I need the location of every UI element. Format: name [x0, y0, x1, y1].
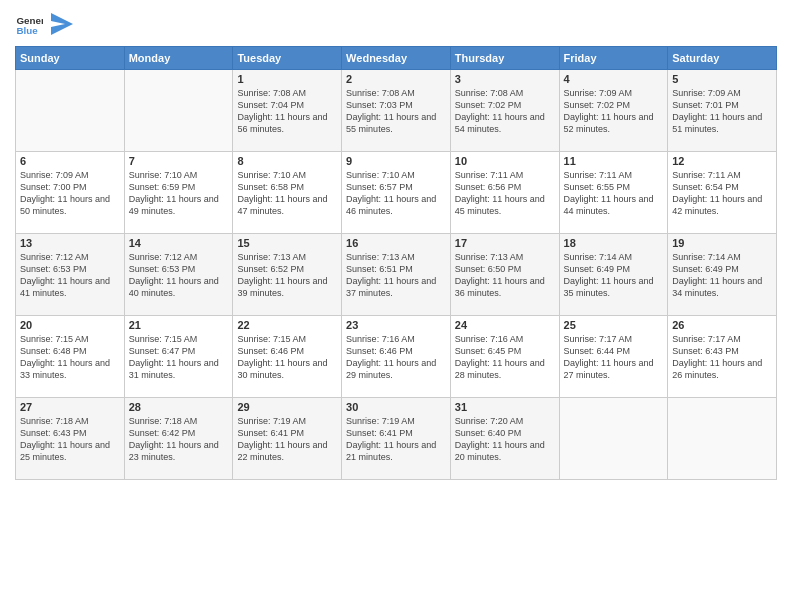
day-cell: 19Sunrise: 7:14 AM Sunset: 6:49 PM Dayli…	[668, 234, 777, 316]
day-number: 12	[672, 155, 772, 167]
week-row-1: 1Sunrise: 7:08 AM Sunset: 7:04 PM Daylig…	[16, 70, 777, 152]
day-cell: 28Sunrise: 7:18 AM Sunset: 6:42 PM Dayli…	[124, 398, 233, 480]
day-cell: 31Sunrise: 7:20 AM Sunset: 6:40 PM Dayli…	[450, 398, 559, 480]
day-number: 8	[237, 155, 337, 167]
day-number: 31	[455, 401, 555, 413]
day-cell: 30Sunrise: 7:19 AM Sunset: 6:41 PM Dayli…	[342, 398, 451, 480]
week-row-2: 6Sunrise: 7:09 AM Sunset: 7:00 PM Daylig…	[16, 152, 777, 234]
header: General Blue	[15, 10, 777, 38]
day-cell: 6Sunrise: 7:09 AM Sunset: 7:00 PM Daylig…	[16, 152, 125, 234]
day-cell: 24Sunrise: 7:16 AM Sunset: 6:45 PM Dayli…	[450, 316, 559, 398]
day-number: 5	[672, 73, 772, 85]
weekday-header-sunday: Sunday	[16, 47, 125, 70]
day-info: Sunrise: 7:09 AM Sunset: 7:02 PM Dayligh…	[564, 87, 664, 136]
day-info: Sunrise: 7:13 AM Sunset: 6:51 PM Dayligh…	[346, 251, 446, 300]
day-info: Sunrise: 7:14 AM Sunset: 6:49 PM Dayligh…	[672, 251, 772, 300]
svg-text:Blue: Blue	[16, 25, 38, 36]
day-cell: 22Sunrise: 7:15 AM Sunset: 6:46 PM Dayli…	[233, 316, 342, 398]
day-cell: 23Sunrise: 7:16 AM Sunset: 6:46 PM Dayli…	[342, 316, 451, 398]
weekday-header-monday: Monday	[124, 47, 233, 70]
day-cell: 9Sunrise: 7:10 AM Sunset: 6:57 PM Daylig…	[342, 152, 451, 234]
day-number: 19	[672, 237, 772, 249]
calendar-table: SundayMondayTuesdayWednesdayThursdayFrid…	[15, 46, 777, 480]
day-number: 29	[237, 401, 337, 413]
day-info: Sunrise: 7:17 AM Sunset: 6:43 PM Dayligh…	[672, 333, 772, 382]
day-cell: 11Sunrise: 7:11 AM Sunset: 6:55 PM Dayli…	[559, 152, 668, 234]
day-number: 1	[237, 73, 337, 85]
day-number: 4	[564, 73, 664, 85]
day-info: Sunrise: 7:09 AM Sunset: 7:00 PM Dayligh…	[20, 169, 120, 218]
logo-arrow-icon	[51, 13, 73, 35]
day-cell: 2Sunrise: 7:08 AM Sunset: 7:03 PM Daylig…	[342, 70, 451, 152]
day-info: Sunrise: 7:18 AM Sunset: 6:42 PM Dayligh…	[129, 415, 229, 464]
day-info: Sunrise: 7:11 AM Sunset: 6:54 PM Dayligh…	[672, 169, 772, 218]
day-cell: 27Sunrise: 7:18 AM Sunset: 6:43 PM Dayli…	[16, 398, 125, 480]
day-number: 30	[346, 401, 446, 413]
week-row-4: 20Sunrise: 7:15 AM Sunset: 6:48 PM Dayli…	[16, 316, 777, 398]
day-info: Sunrise: 7:16 AM Sunset: 6:46 PM Dayligh…	[346, 333, 446, 382]
day-info: Sunrise: 7:18 AM Sunset: 6:43 PM Dayligh…	[20, 415, 120, 464]
day-cell: 17Sunrise: 7:13 AM Sunset: 6:50 PM Dayli…	[450, 234, 559, 316]
day-number: 28	[129, 401, 229, 413]
day-number: 27	[20, 401, 120, 413]
day-info: Sunrise: 7:13 AM Sunset: 6:50 PM Dayligh…	[455, 251, 555, 300]
day-info: Sunrise: 7:10 AM Sunset: 6:59 PM Dayligh…	[129, 169, 229, 218]
weekday-header-tuesday: Tuesday	[233, 47, 342, 70]
day-number: 25	[564, 319, 664, 331]
day-cell	[559, 398, 668, 480]
day-cell: 3Sunrise: 7:08 AM Sunset: 7:02 PM Daylig…	[450, 70, 559, 152]
day-cell: 26Sunrise: 7:17 AM Sunset: 6:43 PM Dayli…	[668, 316, 777, 398]
day-cell	[16, 70, 125, 152]
day-info: Sunrise: 7:19 AM Sunset: 6:41 PM Dayligh…	[346, 415, 446, 464]
day-cell: 20Sunrise: 7:15 AM Sunset: 6:48 PM Dayli…	[16, 316, 125, 398]
day-cell: 14Sunrise: 7:12 AM Sunset: 6:53 PM Dayli…	[124, 234, 233, 316]
day-number: 22	[237, 319, 337, 331]
logo-icon: General Blue	[15, 10, 43, 38]
day-number: 3	[455, 73, 555, 85]
day-info: Sunrise: 7:12 AM Sunset: 6:53 PM Dayligh…	[129, 251, 229, 300]
day-number: 21	[129, 319, 229, 331]
day-cell: 15Sunrise: 7:13 AM Sunset: 6:52 PM Dayli…	[233, 234, 342, 316]
day-info: Sunrise: 7:17 AM Sunset: 6:44 PM Dayligh…	[564, 333, 664, 382]
day-number: 11	[564, 155, 664, 167]
day-number: 23	[346, 319, 446, 331]
day-cell: 21Sunrise: 7:15 AM Sunset: 6:47 PM Dayli…	[124, 316, 233, 398]
day-number: 7	[129, 155, 229, 167]
day-number: 26	[672, 319, 772, 331]
day-cell: 29Sunrise: 7:19 AM Sunset: 6:41 PM Dayli…	[233, 398, 342, 480]
day-info: Sunrise: 7:15 AM Sunset: 6:46 PM Dayligh…	[237, 333, 337, 382]
day-info: Sunrise: 7:10 AM Sunset: 6:57 PM Dayligh…	[346, 169, 446, 218]
day-number: 16	[346, 237, 446, 249]
day-cell: 10Sunrise: 7:11 AM Sunset: 6:56 PM Dayli…	[450, 152, 559, 234]
day-number: 9	[346, 155, 446, 167]
day-number: 13	[20, 237, 120, 249]
day-number: 6	[20, 155, 120, 167]
day-info: Sunrise: 7:15 AM Sunset: 6:47 PM Dayligh…	[129, 333, 229, 382]
day-info: Sunrise: 7:20 AM Sunset: 6:40 PM Dayligh…	[455, 415, 555, 464]
day-number: 15	[237, 237, 337, 249]
week-row-3: 13Sunrise: 7:12 AM Sunset: 6:53 PM Dayli…	[16, 234, 777, 316]
day-info: Sunrise: 7:08 AM Sunset: 7:02 PM Dayligh…	[455, 87, 555, 136]
day-info: Sunrise: 7:19 AM Sunset: 6:41 PM Dayligh…	[237, 415, 337, 464]
day-info: Sunrise: 7:12 AM Sunset: 6:53 PM Dayligh…	[20, 251, 120, 300]
svg-marker-4	[51, 13, 73, 35]
weekday-header-friday: Friday	[559, 47, 668, 70]
day-number: 14	[129, 237, 229, 249]
day-info: Sunrise: 7:15 AM Sunset: 6:48 PM Dayligh…	[20, 333, 120, 382]
day-cell: 16Sunrise: 7:13 AM Sunset: 6:51 PM Dayli…	[342, 234, 451, 316]
logo: General Blue	[15, 10, 73, 38]
day-info: Sunrise: 7:11 AM Sunset: 6:55 PM Dayligh…	[564, 169, 664, 218]
day-info: Sunrise: 7:13 AM Sunset: 6:52 PM Dayligh…	[237, 251, 337, 300]
day-number: 10	[455, 155, 555, 167]
day-cell: 12Sunrise: 7:11 AM Sunset: 6:54 PM Dayli…	[668, 152, 777, 234]
day-number: 17	[455, 237, 555, 249]
day-info: Sunrise: 7:10 AM Sunset: 6:58 PM Dayligh…	[237, 169, 337, 218]
day-cell	[124, 70, 233, 152]
weekday-header-row: SundayMondayTuesdayWednesdayThursdayFrid…	[16, 47, 777, 70]
day-cell: 18Sunrise: 7:14 AM Sunset: 6:49 PM Dayli…	[559, 234, 668, 316]
day-info: Sunrise: 7:11 AM Sunset: 6:56 PM Dayligh…	[455, 169, 555, 218]
weekday-header-wednesday: Wednesday	[342, 47, 451, 70]
day-cell: 13Sunrise: 7:12 AM Sunset: 6:53 PM Dayli…	[16, 234, 125, 316]
day-info: Sunrise: 7:14 AM Sunset: 6:49 PM Dayligh…	[564, 251, 664, 300]
weekday-header-saturday: Saturday	[668, 47, 777, 70]
